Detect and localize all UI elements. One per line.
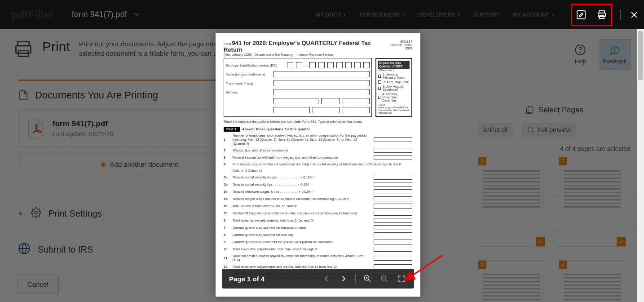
edit-icon[interactable]: [576, 9, 587, 20]
svg-rect-10: [577, 11, 585, 19]
quarter-box: Report for this Quarter of 2020 (Check o…: [375, 58, 412, 117]
close-icon[interactable]: [629, 9, 640, 20]
form-line: 5cTaxable Medicare wages & tips . . . . …: [224, 189, 412, 194]
form-line: 2Wages, tips, and other compensation: [224, 148, 412, 153]
form-line: 9Current quarter's adjustments for tips …: [224, 240, 412, 244]
print-icon[interactable]: [596, 9, 607, 20]
prev-page-button[interactable]: [321, 273, 332, 284]
form-line: 7Current quarter's adjustment for fracti…: [224, 225, 412, 230]
page-indicator: Page 1 of 4: [229, 275, 265, 283]
page-controls: Page 1 of 4: [222, 269, 414, 289]
form-line: 1Number of employees who received wages,…: [224, 133, 412, 146]
preview-modal: Form 941 for 2020: Employer's QUARTERLY …: [216, 33, 420, 297]
form-line: Column 1 Column 2: [224, 169, 412, 173]
form-line: 4If no wages, tips, and other compensati…: [224, 162, 412, 166]
form-line: 10Total taxes after adjustments. Combine…: [224, 247, 412, 252]
top-right-toolbar: [571, 4, 640, 26]
form-line: 8Current quarter's adjustment for sick p…: [224, 232, 412, 237]
form-page: Form 941 for 2020: Employer's QUARTERLY …: [216, 33, 420, 297]
zoom-in-button[interactable]: [362, 273, 373, 284]
form-line: 5dTaxable wages & tips subject to Additi…: [224, 196, 412, 201]
annotation-arrow: [404, 252, 445, 283]
scrollbar[interactable]: [637, 29, 644, 302]
svg-rect-13: [600, 16, 604, 18]
form-line: 11Qualified small business payroll tax c…: [224, 254, 412, 262]
separator: [620, 10, 621, 20]
highlight-box: [571, 4, 612, 26]
form-line: 5fSection 3121(q) Notice and Demand—Tax …: [224, 211, 412, 216]
next-page-button[interactable]: [338, 273, 349, 284]
form-line: 3Federal income tax withheld from wages,…: [224, 155, 412, 160]
form-line: 6Total taxes before adjustments. Add lin…: [224, 218, 412, 223]
svg-line-16: [411, 255, 442, 276]
form-line: 5eAdd Column 2 from lines 5a, 5b, 5c, an…: [224, 204, 412, 209]
form-line: 5bTaxable social security tips . . . . .…: [224, 182, 412, 187]
form-line: 5aTaxable social security wages . . . . …: [224, 175, 412, 180]
zoom-out-button[interactable]: [379, 273, 390, 284]
